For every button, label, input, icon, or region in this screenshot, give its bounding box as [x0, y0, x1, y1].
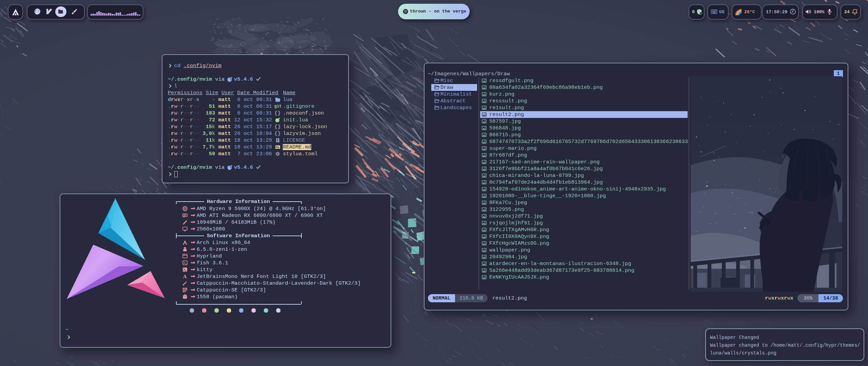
svg-text:A: A	[183, 274, 187, 279]
